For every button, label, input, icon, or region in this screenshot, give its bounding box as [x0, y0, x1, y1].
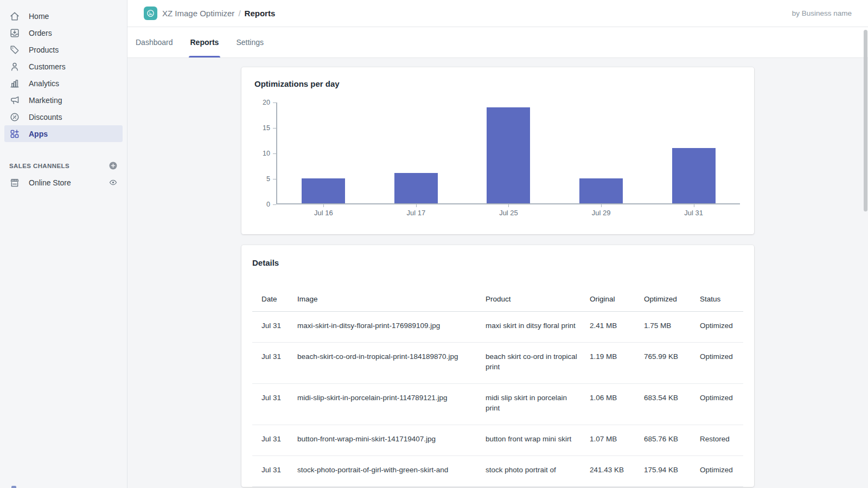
cell-original: 1.06 MB: [590, 384, 644, 425]
partially-visible-icon: [11, 486, 16, 488]
sidebar-item-analytics[interactable]: Analytics: [4, 75, 123, 92]
table-row: Jul 31midi-slip-skirt-in-porcelain-print…: [252, 384, 743, 425]
y-axis-tick-mark: [273, 128, 276, 129]
x-axis-tick-label: Jul 29: [555, 204, 648, 217]
chart-bar: [579, 178, 623, 204]
bar-slot: [555, 102, 648, 203]
add-sales-channel-button[interactable]: [108, 161, 118, 170]
bar-slot: [462, 102, 555, 203]
sidebar-item-label: Apps: [29, 130, 48, 138]
sidebar: HomeOrdersProductsCustomersAnalyticsMark…: [0, 0, 127, 488]
sales-channels-title: SALES CHANNELS: [9, 163, 69, 169]
cell-status: Optimized: [700, 343, 743, 384]
sidebar-item-orders[interactable]: Orders: [4, 24, 123, 41]
sidebar-item-label: Customers: [29, 62, 66, 71]
table-row: Jul 31stock-photo-portrait-of-girl-with-…: [252, 456, 743, 487]
cell-image: beach-skirt-co-ord-in-tropical-print-184…: [297, 343, 486, 384]
cell-status: Optimized: [700, 384, 743, 425]
eye-icon[interactable]: [108, 178, 118, 187]
details-table-body: Jul 31maxi-skirt-in-ditsy-floral-print-1…: [252, 312, 743, 487]
chart-bar: [672, 148, 716, 203]
breadcrumb-separator: /: [238, 9, 240, 18]
sidebar-item-products[interactable]: Products: [4, 41, 123, 58]
sidebar-item-label: Orders: [29, 29, 52, 37]
details-card: Details DateImageProductOriginalOptimize…: [241, 245, 754, 487]
chart-y-axis: 05101520: [254, 102, 276, 204]
sidebar-item-label: Analytics: [29, 79, 59, 88]
y-axis-tick-label: 10: [263, 150, 270, 157]
x-axis-tick-label: Jul 17: [370, 204, 463, 217]
cell-original: 241.43 KB: [590, 456, 644, 487]
bar-chart: 05101520 Jul 16Jul 17Jul 25Jul 29Jul 31: [254, 102, 740, 217]
tab-reports[interactable]: Reports: [190, 27, 219, 57]
sidebar-channel-online-store[interactable]: Online Store: [4, 174, 123, 191]
cell-product: stock photo portrait of: [486, 456, 590, 487]
cell-date: Jul 31: [252, 343, 297, 384]
cell-product: maxi skirt in ditsy floral print: [486, 312, 590, 343]
app-logo-image-icon: [144, 7, 157, 20]
tab-settings[interactable]: Settings: [236, 27, 264, 57]
tabs-bar: DashboardReportsSettings: [127, 27, 868, 58]
breadcrumb-app-name[interactable]: XZ Image Optimizer: [162, 9, 234, 18]
sales-channels-section: SALES CHANNELS Online Store: [0, 157, 127, 191]
bar-slot: [277, 102, 370, 203]
discounts-icon: [9, 112, 20, 123]
chart-bar: [394, 173, 438, 203]
cell-product: beach skirt co-ord in tropical print: [486, 343, 590, 384]
plus-circle-icon: [108, 161, 118, 170]
sales-channels-header: SALES CHANNELS: [4, 157, 123, 174]
sidebar-item-label: Marketing: [29, 96, 62, 105]
table-row: Jul 31button-front-wrap-mini-skirt-14171…: [252, 425, 743, 456]
cell-status: Optimized: [700, 456, 743, 487]
products-icon: [9, 44, 20, 55]
vertical-scrollbar-thumb[interactable]: [864, 30, 867, 211]
sidebar-item-discounts[interactable]: Discounts: [4, 108, 123, 125]
cell-optimized: 683.54 KB: [644, 384, 700, 425]
sidebar-item-apps[interactable]: Apps: [4, 125, 123, 142]
cell-product: button front wrap mini skirt: [486, 425, 590, 456]
details-table: DateImageProductOriginalOptimizedStatus …: [252, 288, 743, 487]
y-axis-tick-mark: [273, 102, 276, 103]
orders-icon: [9, 28, 20, 38]
sidebar-item-marketing[interactable]: Marketing: [4, 92, 123, 108]
cell-original: 1.19 MB: [590, 343, 644, 384]
cell-image: maxi-skirt-in-ditsy-floral-print-1769891…: [297, 312, 486, 343]
y-axis-tick-label: 5: [266, 176, 270, 183]
tab-dashboard[interactable]: Dashboard: [136, 27, 173, 57]
column-header-product: Product: [486, 288, 590, 312]
app-byline: by Business name: [792, 9, 852, 17]
cell-optimized: 175.94 KB: [644, 456, 700, 487]
table-row: Jul 31beach-skirt-co-ord-in-tropical-pri…: [252, 343, 743, 384]
x-axis-tick-label: Jul 31: [647, 204, 740, 217]
sidebar-nav: HomeOrdersProductsCustomersAnalyticsMark…: [0, 8, 127, 142]
details-title: Details: [252, 258, 743, 267]
customers-icon: [9, 61, 20, 72]
column-header-optimized: Optimized: [644, 288, 700, 312]
cell-optimized: 1.75 MB: [644, 312, 700, 343]
cell-date: Jul 31: [252, 456, 297, 487]
chart-bar: [487, 107, 530, 203]
sidebar-item-home[interactable]: Home: [4, 8, 123, 24]
y-axis-tick-mark: [273, 179, 276, 179]
sales-channels-list: Online Store: [0, 174, 127, 191]
cell-status: Restored: [700, 425, 743, 456]
bar-slot: [647, 102, 740, 203]
sidebar-item-label: Discounts: [29, 113, 62, 121]
content-area: Optimizations per day 05101520 Jul 16Jul…: [127, 58, 868, 487]
page-title: Reports: [245, 9, 276, 18]
marketing-icon: [9, 95, 20, 106]
column-header-image: Image: [297, 288, 486, 312]
chart-plot-area: [276, 102, 740, 204]
x-axis-tick-label: Jul 25: [462, 204, 555, 217]
chart-bar: [302, 178, 345, 204]
table-row: Jul 31maxi-skirt-in-ditsy-floral-print-1…: [252, 312, 743, 343]
column-header-original: Original: [590, 288, 644, 312]
chart-title: Optimizations per day: [254, 79, 740, 88]
cell-date: Jul 31: [252, 312, 297, 343]
column-header-status: Status: [700, 288, 743, 312]
cell-original: 1.07 MB: [590, 425, 644, 456]
cell-optimized: 685.76 KB: [644, 425, 700, 456]
column-header-date: Date: [252, 288, 297, 312]
sidebar-item-customers[interactable]: Customers: [4, 58, 123, 75]
apps-icon: [9, 129, 20, 139]
